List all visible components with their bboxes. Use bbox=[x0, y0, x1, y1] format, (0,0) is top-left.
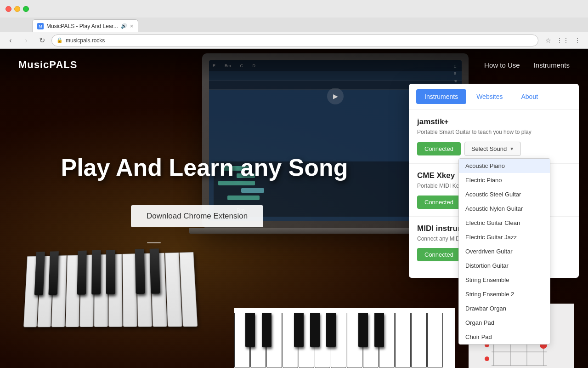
tab-websites[interactable]: Websites bbox=[468, 89, 511, 104]
tab-title: MusicPALS - Play And Lear... bbox=[46, 23, 118, 29]
dropdown-item-electric-piano[interactable]: Electric Piano bbox=[459, 173, 550, 187]
daw-play-button[interactable]: ▶ bbox=[327, 88, 344, 104]
piano-key[interactable] bbox=[427, 313, 443, 368]
close-button[interactable] bbox=[6, 6, 11, 12]
dropdown-item-acoustic-steel[interactable]: Acoustic Steel Guitar bbox=[459, 187, 550, 201]
svg-point-12 bbox=[485, 356, 489, 361]
hero-section: Play And Learn any Song bbox=[0, 155, 409, 181]
tab-close-button[interactable]: × bbox=[130, 23, 134, 29]
dropdown-item-electric-clean[interactable]: Electric Guitar Clean bbox=[459, 216, 550, 230]
minimize-button[interactable] bbox=[14, 6, 20, 12]
back-button[interactable]: ‹ bbox=[5, 34, 17, 46]
tab-about[interactable]: About bbox=[513, 89, 546, 104]
instrument-card-jamstik: jamstik+ Portable Smart Guitar to teach … bbox=[409, 110, 579, 164]
piano-key[interactable] bbox=[234, 313, 250, 368]
piano-key[interactable] bbox=[363, 313, 379, 368]
tab-audio-icon: 🔊 bbox=[121, 23, 127, 29]
connected-button-cme-xkey[interactable]: Connected bbox=[417, 196, 461, 209]
nav-instruments[interactable]: Instruments bbox=[534, 61, 570, 69]
piano-key-white[interactable] bbox=[37, 256, 53, 328]
chevron-down-icon: ▼ bbox=[509, 146, 514, 151]
piano-key[interactable] bbox=[266, 313, 282, 368]
toolbar-actions: ☆ ⋮⋮ ⋮ bbox=[542, 34, 583, 46]
piano-key-white[interactable] bbox=[79, 254, 94, 327]
daw-note bbox=[227, 196, 260, 200]
traffic-lights bbox=[6, 6, 29, 12]
instrument-actions-jamstik: Connected Select Sound ▼ Acoustic Piano … bbox=[417, 142, 571, 156]
browser-tab[interactable]: M MusicPALS - Play And Lear... 🔊 × bbox=[32, 19, 138, 32]
lock-icon: 🔒 bbox=[57, 37, 63, 43]
dropdown-item-distortion[interactable]: Distortion Guitar bbox=[459, 259, 550, 273]
page-content: E Bm G D ▶ B bbox=[0, 49, 588, 368]
piano-key[interactable] bbox=[331, 313, 346, 368]
piano-key[interactable] bbox=[299, 313, 314, 368]
panel-tabs: Instruments Websites About bbox=[409, 84, 579, 110]
dropdown-item-string-ensemble[interactable]: String Ensemble bbox=[459, 273, 550, 287]
site-logo: MusicPALS bbox=[18, 59, 77, 71]
piano-widget-keys bbox=[234, 308, 455, 368]
dropdown-item-acoustic-piano[interactable]: Acoustic Piano bbox=[459, 159, 550, 173]
piano-key-white[interactable] bbox=[151, 253, 167, 327]
sound-dropdown[interactable]: Acoustic Piano Electric Piano Acoustic S… bbox=[458, 158, 550, 345]
piano-key[interactable] bbox=[347, 313, 362, 368]
dropdown-item-acoustic-nylon[interactable]: Acoustic Nylon Guitar bbox=[459, 201, 550, 216]
piano-key[interactable] bbox=[250, 313, 266, 368]
piano-key[interactable] bbox=[395, 313, 411, 368]
download-chrome-extension-button[interactable]: Download Chrome Extension bbox=[131, 205, 263, 227]
nav-how-to-use[interactable]: How to Use bbox=[484, 61, 520, 69]
daw-note bbox=[218, 181, 255, 185]
instruments-panel: Instruments Websites About jamstik+ Port… bbox=[409, 84, 579, 278]
piano-key[interactable] bbox=[315, 313, 330, 368]
tab-favicon: M bbox=[37, 23, 44, 29]
piano-white-keys bbox=[234, 313, 443, 368]
connected-button-midi[interactable]: Connected bbox=[417, 248, 461, 261]
daw-note bbox=[241, 188, 264, 193]
piano-key-white[interactable] bbox=[65, 255, 80, 327]
dropdown-item-overdriven[interactable]: Overdriven Guitar bbox=[459, 244, 550, 259]
maximize-button[interactable] bbox=[23, 6, 29, 12]
bookmark-button[interactable]: ☆ bbox=[542, 34, 554, 46]
piano-key-white[interactable] bbox=[51, 255, 67, 327]
scroll-indicator bbox=[147, 242, 161, 243]
piano-key-white[interactable] bbox=[122, 253, 137, 327]
piano-key-white[interactable] bbox=[136, 253, 152, 327]
dropdown-item-drawbar-organ[interactable]: Drawbar Organ bbox=[459, 301, 550, 316]
site-nav: MusicPALS How to Use Instruments bbox=[0, 49, 588, 81]
browser-toolbar: ‹ › ↻ 🔒 musicpals.rocks ☆ ⋮⋮ ⋮ bbox=[0, 32, 588, 49]
instrument-desc-jamstik: Portable Smart Guitar to teach you how t… bbox=[417, 128, 571, 136]
tab-instruments[interactable]: Instruments bbox=[416, 89, 466, 104]
dropdown-item-string-ensemble-2[interactable]: String Ensemble 2 bbox=[459, 287, 550, 301]
piano-key[interactable] bbox=[411, 313, 427, 368]
forward-button[interactable]: › bbox=[20, 34, 32, 46]
menu-button[interactable]: ⋮ bbox=[571, 34, 583, 46]
url-text: musicpals.rocks bbox=[66, 37, 533, 44]
site-nav-links: How to Use Instruments bbox=[484, 61, 570, 69]
piano-key-white[interactable] bbox=[94, 254, 108, 327]
piano-key[interactable] bbox=[283, 313, 298, 368]
titlebar bbox=[0, 0, 588, 17]
piano-widget: f Share CMEXkey bbox=[234, 308, 455, 368]
instrument-name-jamstik: jamstik+ bbox=[417, 117, 571, 126]
piano-key[interactable] bbox=[379, 313, 395, 368]
piano-key-white[interactable] bbox=[108, 254, 123, 327]
dropdown-item-organ-pad[interactable]: Organ Pad bbox=[459, 316, 550, 330]
hero-title: Play And Learn any Song bbox=[0, 155, 409, 181]
dropdown-item-choir-pad[interactable]: Choir Pad bbox=[459, 330, 550, 344]
reload-button[interactable]: ↻ bbox=[36, 34, 48, 46]
browser-chrome: M MusicPALS - Play And Lear... 🔊 × ‹ › ↻… bbox=[0, 0, 588, 49]
select-sound-button-jamstik[interactable]: Select Sound ▼ bbox=[464, 142, 521, 156]
dropdown-item-electric-jazz[interactable]: Electric Guitar Jazz bbox=[459, 230, 550, 244]
address-bar[interactable]: 🔒 musicpals.rocks bbox=[51, 34, 538, 46]
connected-button-jamstik[interactable]: Connected bbox=[417, 142, 461, 155]
extensions-button[interactable]: ⋮⋮ bbox=[557, 34, 569, 46]
